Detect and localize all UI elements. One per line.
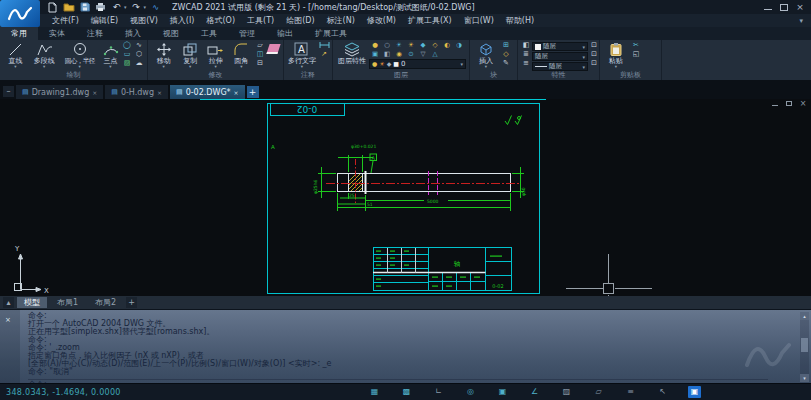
mirror-icon[interactable]: ◫ — [254, 50, 266, 59]
match-properties-icon[interactable]: ◧ — [520, 41, 532, 50]
line-button[interactable]: 直线 ▾ — [2, 41, 29, 70]
layer-properties-button[interactable]: 图层特性 — [335, 41, 369, 70]
linear-dimension-icon[interactable] — [318, 41, 330, 50]
layer-off-icon[interactable]: ○ — [381, 41, 393, 50]
child-minimize-button[interactable] — [771, 100, 779, 107]
scroll-up-icon[interactable]: ▴ — [800, 312, 809, 320]
layer-lock-icon[interactable]: ◆ — [417, 41, 429, 50]
selection-cycling-toggle-icon[interactable]: ↖ — [656, 386, 669, 398]
layer-unisolate-icon[interactable]: ◑ — [453, 41, 465, 50]
menu-view[interactable]: 视图(V) — [124, 14, 164, 27]
full-screen-toggle-icon[interactable]: ▣ — [688, 386, 701, 398]
layer-on-icon[interactable]: ● — [369, 41, 381, 50]
tab-layout1[interactable]: 布局1 — [50, 297, 85, 308]
lineweight-toggle-icon[interactable]: ≡ — [624, 386, 637, 398]
move-flyout-icon[interactable]: ▾ — [163, 65, 165, 69]
layer-thaw-icon[interactable]: ☀ — [405, 41, 417, 50]
layer-freeze-icon[interactable]: ☀ — [393, 41, 405, 50]
snap-toggle-icon[interactable]: ▩ — [400, 386, 413, 398]
layer-delete-icon[interactable]: △ — [429, 50, 441, 59]
menu-file[interactable]: 文件(F) — [46, 14, 85, 27]
stretch-button[interactable]: 拉伸 ▾ — [203, 41, 229, 70]
window-close-button[interactable]: × — [795, 3, 805, 12]
make-block-icon[interactable]: ⊞ — [500, 41, 512, 50]
linetype-list-icon[interactable]: ≣ — [520, 50, 532, 59]
copy-clip-icon[interactable]: ◱ — [630, 50, 642, 59]
menu-draw[interactable]: 绘图(D) — [280, 14, 320, 27]
layer-merge-icon[interactable]: ▽ — [417, 50, 429, 59]
ribbon-tab-home[interactable]: 常用 — [0, 27, 38, 40]
erase-button[interactable] — [266, 41, 281, 70]
window-maximize-button[interactable] — [779, 3, 789, 12]
fillet-flyout-icon[interactable]: ▾ — [240, 65, 242, 69]
tab-layout2[interactable]: 布局2 — [88, 297, 123, 308]
hatch-icon[interactable]: ▨ — [121, 59, 133, 68]
dynamic-ucs-toggle-icon[interactable]: ▨ — [560, 386, 573, 398]
tab-close-icon[interactable]: × — [234, 89, 239, 96]
polyline-flyout-icon[interactable]: ▾ — [43, 65, 45, 69]
undo-icon[interactable]: ↶ — [110, 1, 123, 13]
lineweight-launcher-icon[interactable]: ⊡ — [588, 59, 600, 68]
scrollbar-thumb[interactable] — [801, 338, 808, 352]
menu-express[interactable]: 扩展工具(X) — [402, 14, 458, 27]
layer-select-dropdown[interactable]: ● ☀ ◆ ■ 0 ▾ — [369, 59, 466, 69]
arc-3point-button[interactable]: 三点 ▾ — [100, 41, 121, 70]
spline-icon[interactable]: ∿ — [133, 41, 145, 50]
layer-prev-icon[interactable]: ◉ — [393, 50, 405, 59]
menu-tools[interactable]: 工具(T) — [241, 14, 280, 27]
polyline-button[interactable]: 多段线 ▾ — [29, 41, 60, 70]
paste-flyout-icon[interactable]: ▾ — [615, 65, 617, 69]
ellipse-icon[interactable]: ◯ — [121, 41, 133, 50]
zwcad-assist-icon[interactable]: ∿ — [149, 1, 162, 13]
paste-button[interactable]: 粘贴 ▾ — [602, 41, 630, 70]
ribbon-tab-view[interactable]: 视图 — [152, 27, 190, 40]
insert-block-button[interactable]: 插入 ▾ — [472, 41, 500, 70]
tab-close-icon[interactable]: × — [157, 89, 162, 96]
move-button[interactable]: 移动 ▾ — [150, 41, 177, 70]
arc-flyout-icon[interactable]: ▾ — [109, 65, 111, 69]
plot-icon[interactable] — [94, 1, 107, 13]
layer-copy-icon[interactable]: ⊙ — [405, 50, 417, 59]
new-file-icon[interactable] — [46, 1, 59, 13]
polygon-icon[interactable]: ⬡ — [133, 50, 145, 59]
doc-tab-0-02[interactable]: ▤ 0-02.DWG* × — [170, 85, 245, 99]
circle-flyout-icon[interactable]: ▾ — [79, 65, 81, 69]
ribbon-tab-annotate[interactable]: 注释 — [76, 27, 114, 40]
object-snap-toggle-icon[interactable]: ▣ — [496, 386, 509, 398]
block-edit-icon[interactable]: ✎ — [500, 59, 512, 68]
polar-tracking-toggle-icon[interactable]: ◎ — [464, 386, 477, 398]
cut-icon[interactable]: ✂ — [630, 41, 642, 50]
ortho-toggle-icon[interactable]: ∟ — [432, 386, 445, 398]
command-close-icon[interactable]: × — [5, 316, 11, 324]
leader-icon[interactable]: ↗ — [318, 50, 330, 59]
command-window[interactable]: × 命令: 打开一个 AutoCAD 2004 DWG 文件。 正在用字型[si… — [0, 309, 811, 383]
menu-modify[interactable]: 修改(M) — [361, 14, 402, 27]
zwcad-logo-icon[interactable] — [0, 0, 40, 27]
menu-edit[interactable]: 编辑(E) — [85, 14, 124, 27]
doc-tab-0-h[interactable]: ▤ 0-H.dwg × — [105, 85, 168, 99]
circle-center-radius-button[interactable]: 圆心，半径 ▾ — [60, 41, 100, 70]
menu-help[interactable]: 帮助(H) — [500, 14, 540, 27]
ribbon-tab-solid[interactable]: 实体 — [38, 27, 76, 40]
offset-icon[interactable]: ▱ — [254, 41, 266, 50]
doc-tab-drawing1[interactable]: ▤ Drawing1.dwg × — [16, 85, 103, 99]
revision-cloud-icon[interactable]: ☁ — [133, 59, 145, 68]
model-space-canvas[interactable]: × 0-02 A — [0, 99, 811, 296]
ribbon-tab-express[interactable]: 扩展工具 — [304, 27, 358, 40]
tab-overflow-button[interactable]: – — [3, 86, 14, 97]
fillet-button[interactable]: 圆角 ▾ — [229, 41, 255, 70]
trim-icon[interactable]: ⊟ — [254, 59, 266, 68]
tab-model[interactable]: 模型 — [17, 297, 47, 308]
scroll-down-icon[interactable]: ▾ — [800, 374, 809, 382]
rectangle-icon[interactable]: ▭ — [121, 50, 133, 59]
mtext-button[interactable]: A 多行文字 ▾ — [286, 41, 318, 70]
command-scrollbar[interactable]: ▴ ▾ — [800, 312, 809, 382]
ribbon-collapse-icon[interactable]: ▾ — [799, 17, 803, 25]
new-layout-button[interactable]: + — [126, 297, 137, 308]
menu-dimension[interactable]: 标注(N) — [321, 14, 361, 27]
line-flyout-icon[interactable]: ▾ — [14, 65, 16, 69]
child-close-button[interactable]: × — [799, 100, 807, 107]
layer-current-icon[interactable]: ▣ — [369, 50, 381, 59]
layer-unlock-icon[interactable]: ◇ — [429, 41, 441, 50]
stretch-flyout-icon[interactable]: ▾ — [215, 65, 217, 69]
